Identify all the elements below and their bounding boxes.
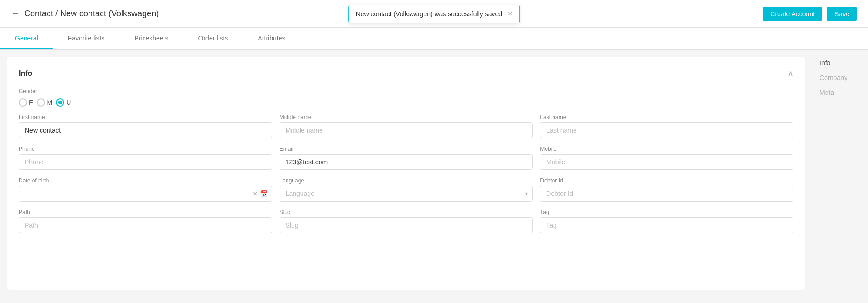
language-field: Language Language ▾ [280, 177, 533, 202]
tag-input[interactable] [540, 217, 793, 233]
sidebar-nav-info[interactable]: Info [820, 59, 861, 67]
save-button[interactable]: Save [827, 7, 857, 21]
gender-options: F M U [19, 98, 793, 107]
top-bar: ← Contact / New contact (Volkswagen) New… [0, 0, 868, 28]
right-sidebar: Info Company Meta [812, 50, 868, 297]
back-button[interactable]: ← [11, 9, 20, 19]
dob-input[interactable] [19, 186, 249, 201]
language-select-wrapper: Language ▾ [280, 186, 533, 202]
tab-pricesheets[interactable]: Pricesheets [119, 28, 183, 49]
sidebar-nav: Info Company Meta [820, 59, 861, 96]
sidebar-nav-company[interactable]: Company [820, 74, 861, 81]
gender-option-f[interactable]: F [19, 98, 33, 107]
middle-name-field: Middle name [280, 114, 533, 138]
gender-option-m[interactable]: M [37, 98, 53, 107]
phone-input[interactable] [19, 154, 272, 170]
debtor-id-field: Debtor Id [540, 177, 793, 202]
gender-label: Gender [19, 88, 793, 94]
date-clear-icon[interactable]: ✕ [253, 190, 258, 197]
last-name-input[interactable] [540, 122, 793, 138]
language-select[interactable]: Language [280, 186, 533, 202]
gender-radio-m[interactable] [37, 98, 45, 107]
section-title: Info [19, 69, 32, 78]
tab-attributes[interactable]: Attributes [243, 28, 300, 49]
form-area: Info ∧ Gender F M U [7, 57, 805, 290]
language-label: Language [280, 177, 533, 184]
debtor-id-input[interactable] [540, 186, 793, 202]
first-name-label: First name [19, 114, 272, 121]
toast-message: New contact (Volkswagen) was successfull… [356, 10, 502, 18]
date-icons: ✕ 📅 [249, 190, 272, 197]
middle-name-label: Middle name [280, 114, 533, 121]
contact-row: Phone Email Mobile [19, 146, 793, 170]
tab-favorite-lists[interactable]: Favorite lists [53, 28, 120, 49]
first-name-field: First name [19, 114, 272, 138]
last-name-field: Last name [540, 114, 793, 138]
mobile-label: Mobile [540, 146, 793, 152]
toast-close-button[interactable]: × [508, 10, 512, 18]
toast-notification: New contact (Volkswagen) was successfull… [348, 5, 520, 23]
tab-general[interactable]: General [0, 28, 53, 49]
slug-input[interactable] [280, 217, 533, 233]
phone-label: Phone [19, 146, 272, 152]
slug-label: Slug [280, 209, 533, 215]
first-name-input[interactable] [19, 122, 272, 138]
mobile-field: Mobile [540, 146, 793, 170]
dob-wrapper: ✕ 📅 [19, 186, 272, 202]
date-calendar-icon[interactable]: 📅 [260, 190, 268, 197]
tabs-bar: General Favorite lists Pricesheets Order… [0, 28, 868, 50]
email-label: Email [280, 146, 533, 152]
gender-radio-f[interactable] [19, 98, 27, 107]
slug-field: Slug [280, 209, 533, 233]
top-bar-right: Create Account Save [763, 7, 857, 21]
dob-field: Date of birth ✕ 📅 [19, 177, 272, 202]
name-row: First name Middle name Last name [19, 114, 793, 138]
mobile-input[interactable] [540, 154, 793, 170]
gender-option-u[interactable]: U [56, 98, 71, 107]
main-content: Info ∧ Gender F M U [0, 50, 868, 297]
gender-radio-u[interactable] [56, 98, 64, 107]
path-input[interactable] [19, 217, 272, 233]
path-label: Path [19, 209, 272, 215]
section-header: Info ∧ [19, 68, 793, 79]
dob-label: Date of birth [19, 177, 272, 184]
sidebar-nav-meta[interactable]: Meta [820, 89, 861, 96]
email-input[interactable] [280, 154, 533, 170]
gender-letter-u: U [66, 99, 71, 106]
path-field: Path [19, 209, 272, 233]
collapse-button[interactable]: ∧ [787, 68, 793, 79]
middle-name-input[interactable] [280, 122, 533, 138]
top-bar-left: ← Contact / New contact (Volkswagen) [11, 9, 159, 19]
debtor-id-label: Debtor Id [540, 177, 793, 184]
gender-letter-m: M [47, 99, 53, 106]
phone-field: Phone [19, 146, 272, 170]
tag-field: Tag [540, 209, 793, 233]
path-row: Path Slug Tag [19, 209, 793, 233]
page-title: Contact / New contact (Volkswagen) [24, 9, 159, 19]
last-name-label: Last name [540, 114, 793, 121]
extra-row: Date of birth ✕ 📅 Language Language ▾ [19, 177, 793, 202]
create-account-button[interactable]: Create Account [763, 7, 822, 21]
tag-label: Tag [540, 209, 793, 215]
tab-order-lists[interactable]: Order lists [184, 28, 243, 49]
gender-letter-f: F [29, 99, 33, 106]
gender-field: Gender F M U [19, 88, 793, 107]
email-field: Email [280, 146, 533, 170]
